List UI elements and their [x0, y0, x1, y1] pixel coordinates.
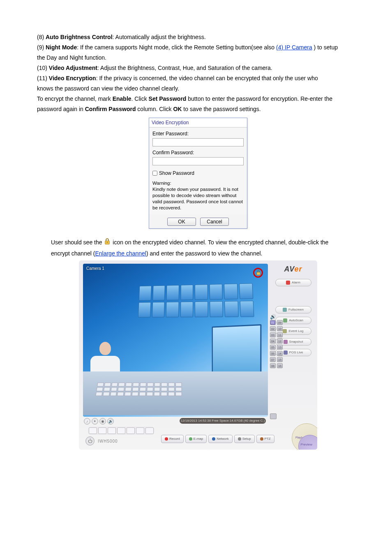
snapshot-icon	[284, 340, 288, 344]
alarm-icon	[286, 281, 290, 285]
cam-btn-15[interactable]: 15	[277, 357, 283, 362]
cam-btn-02[interactable]: 02	[270, 326, 276, 331]
layout-9[interactable]	[108, 427, 116, 434]
line-video-adjustment: (10) Video Adjustment: Adjust the Bright…	[37, 64, 359, 72]
brand-logo: AVer	[284, 264, 302, 275]
cam-btn-13[interactable]: 13	[277, 345, 283, 350]
cam-btn-09[interactable]: 09	[277, 320, 283, 325]
ok-bold: OK	[173, 106, 182, 112]
cam-btn-11[interactable]: 11	[277, 332, 283, 337]
big-monitor	[212, 324, 262, 376]
cam-btn-08[interactable]: 08	[270, 363, 276, 368]
network-button[interactable]: Network	[208, 435, 232, 443]
line-night-mode: (9) Night Mode: If the camera supports N…	[37, 43, 359, 52]
cam-btn-01[interactable]: 01	[270, 320, 276, 325]
ip-camera-link[interactable]: (4) IP Camera	[276, 44, 312, 51]
cam-btn-06[interactable]: 06	[270, 351, 276, 356]
line-num-10: (10)	[37, 65, 49, 71]
night-mode-label: Night Mode	[46, 44, 77, 51]
cam-btn-10[interactable]: 10	[277, 326, 283, 331]
layout-1[interactable]	[89, 427, 97, 434]
show-password-label: Show Password	[159, 169, 194, 177]
control-console	[83, 371, 268, 415]
enter-password-input[interactable]	[152, 138, 244, 146]
line-num-11: (11)	[37, 75, 49, 81]
set-password-bold: Set Password	[149, 95, 187, 102]
circle-btn-2[interactable]: ✶	[92, 418, 98, 425]
cam-btn-04[interactable]: 04	[270, 339, 276, 343]
video-encryption-label: Video Encryption	[49, 75, 96, 81]
cancel-button[interactable]: Cancel	[200, 218, 229, 226]
highlight-circle	[253, 268, 263, 278]
auto-brightness-desc: : Automatically adjust the brightness.	[113, 34, 206, 40]
night-mode-desc1: : If the camera supports Night mode, cli…	[77, 44, 276, 51]
status-bar: 12/18/2013 14:52:38 Free Space:14.67GB (…	[180, 418, 266, 424]
layout-8[interactable]	[136, 427, 144, 434]
model-label: IWH5000	[98, 438, 118, 444]
layout-16[interactable]	[117, 427, 125, 434]
emap-icon	[189, 437, 192, 441]
confirm-password-input[interactable]	[152, 157, 244, 165]
icon-note-block: User should see the icon on the encrypte…	[51, 238, 359, 258]
layout-4[interactable]	[98, 427, 106, 434]
circle-btn-3[interactable]: ◉	[99, 418, 106, 425]
emap-button[interactable]: E-map	[185, 435, 207, 443]
line-num-8: (8)	[37, 34, 46, 40]
alarm-button[interactable]: Alarm	[275, 279, 311, 286]
cam-btn-12[interactable]: 12	[277, 339, 283, 343]
camera-number-grid: 01 09 02 10 03 11 04 12 05 13 06 14 07 1…	[270, 320, 283, 368]
line-encrypt-instructions-2: password again in Confirm Password colum…	[37, 105, 359, 114]
warning-body: Kindly note down your password. It is no…	[152, 187, 243, 210]
line-night-mode-cont: the Day and Night function.	[37, 53, 359, 62]
line-video-encryption: (11) Video Encryption: If the privacy is…	[37, 74, 359, 83]
poslive-icon	[284, 350, 288, 355]
layout-buttons	[88, 427, 154, 435]
dvr-app-screenshot: Camera 1	[79, 260, 317, 450]
fullscreen-icon	[283, 308, 287, 312]
corner-tabs: Playback Preview	[287, 427, 316, 448]
monitor-bank	[138, 283, 254, 317]
cam-btn-07[interactable]: 07	[270, 357, 276, 362]
setup-button[interactable]: Setup	[234, 435, 255, 443]
line-encrypt-instructions: To encrypt the channel, mark Enable. Cli…	[37, 95, 359, 103]
autoscan-icon	[283, 318, 287, 323]
ptz-icon	[260, 437, 263, 441]
line-auto-brightness: (8) Auto Brightness Control: Automatical…	[37, 33, 359, 42]
fullscreen-button[interactable]: Fullscreen	[275, 306, 311, 313]
preview-label: Preview	[301, 442, 312, 447]
ptz-button[interactable]: PTZ	[256, 435, 274, 443]
enable-bold: Enable	[113, 95, 131, 102]
cam-btn-05[interactable]: 05	[270, 345, 276, 350]
video-encryption-desc1: : If the privacy is concerned, the video…	[96, 75, 318, 81]
video-viewport: Camera 1	[83, 264, 268, 417]
night-mode-desc2: ) to setup	[312, 44, 338, 51]
warning-heading: Warning:	[152, 181, 171, 186]
lock-icon	[104, 238, 111, 248]
circle-btn-1[interactable]: ♪	[84, 418, 90, 425]
show-password-checkbox[interactable]	[152, 171, 157, 176]
line-num-9: (9)	[37, 44, 46, 51]
enter-password-label: Enter Password:	[152, 130, 244, 137]
bottom-button-row: Record E-map Network Setup PTZ	[161, 435, 274, 443]
circle-btn-4[interactable]: 🔊	[107, 418, 114, 425]
network-icon	[212, 437, 215, 441]
layout-6[interactable]	[127, 427, 135, 434]
ok-button[interactable]: OK	[167, 218, 196, 226]
confirm-password-bold: Confirm Password	[85, 106, 136, 112]
video-adjustment-desc: : Adjust the Brightness, Contrast, Hue, …	[97, 65, 272, 71]
cam-grid-extra[interactable]	[270, 413, 277, 419]
layout-13[interactable]	[145, 427, 154, 434]
cam-btn-16[interactable]: 16	[277, 363, 283, 368]
power-button[interactable]: ⏻	[85, 436, 95, 446]
cam-btn-14[interactable]: 14	[277, 351, 283, 356]
camera-label: Camera 1	[86, 265, 104, 272]
video-adjustment-label: Video Adjustment	[49, 65, 97, 71]
record-button[interactable]: Record	[161, 435, 184, 443]
enlarge-channel-link[interactable]: Enlarge the channel	[95, 250, 146, 257]
svg-point-1	[107, 242, 108, 243]
cam-btn-03[interactable]: 03	[270, 332, 276, 337]
setup-icon	[238, 437, 241, 441]
record-icon	[165, 437, 168, 441]
speaker-icon[interactable]: 🔊	[270, 313, 276, 320]
warning-block: Warning: Kindly note down your password.…	[152, 180, 244, 211]
